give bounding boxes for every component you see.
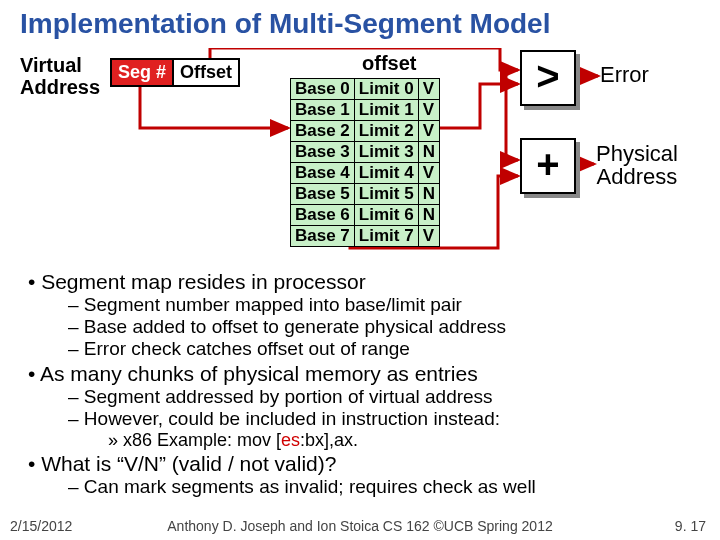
es-register: es <box>281 430 300 450</box>
bullet: • Segment map resides in processor <box>28 270 702 294</box>
error-label: Error <box>600 62 649 88</box>
va-line2: Address <box>20 76 100 98</box>
footer-credits: Anthony D. Joseph and Ion Stoica CS 162 … <box>0 518 720 534</box>
virtual-address-box: Seg # Offset <box>110 58 240 87</box>
offset-wire-label: offset <box>362 52 416 75</box>
table-row: Base 1Limit 1V <box>291 100 440 121</box>
physical-address-label: Physical Address <box>596 142 678 188</box>
bullet: • What is “V/N” (valid / not valid)? <box>28 452 702 476</box>
sub-bullet: – Error check catches offset out of rang… <box>68 338 702 360</box>
seg-num-cell: Seg # <box>112 60 174 85</box>
segment-table: Base 0Limit 0V Base 1Limit 1V Base 2Limi… <box>290 78 440 247</box>
offset-cell: Offset <box>174 60 238 85</box>
adder-box: + <box>520 138 576 194</box>
table-row: Base 5Limit 5N <box>291 184 440 205</box>
bullet: • As many chunks of physical memory as e… <box>28 362 702 386</box>
sub-bullet: – Base added to offset to generate physi… <box>68 316 702 338</box>
slide-title: Implementation of Multi-Segment Model <box>0 0 720 44</box>
sub-bullet: – Can mark segments as invalid; requires… <box>68 476 702 498</box>
sub-bullet: – Segment number mapped into base/limit … <box>68 294 702 316</box>
table-row: Base 6Limit 6N <box>291 205 440 226</box>
table-row: Base 0Limit 0V <box>291 79 440 100</box>
sub-bullet: – However, could be included in instruct… <box>68 408 702 430</box>
footer-page-number: 9. 17 <box>675 518 706 534</box>
diagram-area: Virtual Address Seg # Offset offset Base… <box>0 48 720 268</box>
va-line1: Virtual <box>20 54 82 76</box>
virtual-address-label: Virtual Address <box>20 54 100 98</box>
table-row: Base 2Limit 2V <box>291 121 440 142</box>
comparator-box: > <box>520 50 576 106</box>
bullet-list: • Segment map resides in processor – Seg… <box>0 270 720 498</box>
sub-bullet: – Segment addressed by portion of virtua… <box>68 386 702 408</box>
table-row: Base 7Limit 7V <box>291 226 440 247</box>
sub-sub-bullet: » x86 Example: mov [es:bx],ax. <box>108 430 702 451</box>
table-row: Base 3Limit 3N <box>291 142 440 163</box>
table-row: Base 4Limit 4V <box>291 163 440 184</box>
